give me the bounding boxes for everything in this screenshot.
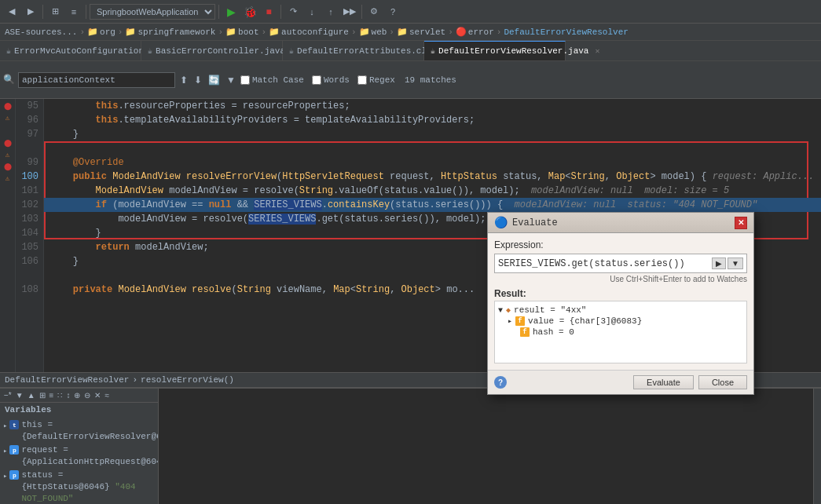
help-icon[interactable]: ? <box>494 376 507 389</box>
step-into-btn[interactable]: ↓ <box>303 3 321 20</box>
bp-btn-2[interactable]: ▼ <box>14 390 25 400</box>
toolbar-icon2[interactable]: ≡ <box>65 3 82 20</box>
bp-btn-6[interactable]: ∷ <box>56 390 64 400</box>
breadcrumb-item-7[interactable]: 🔴 error <box>456 27 494 37</box>
debug-icon-3: ⬤ <box>4 163 12 171</box>
breadcrumb-item-3[interactable]: 📁 boot <box>225 27 258 37</box>
tab-close-3[interactable]: ✕ <box>595 46 599 56</box>
breadcrumb-item-2[interactable]: 📁 springframework <box>125 27 215 37</box>
sep2 <box>86 5 86 19</box>
footer-method[interactable]: resolveErrorView() <box>141 375 234 385</box>
code-line-99: @Override <box>44 155 821 170</box>
evaluate-btn[interactable]: Evaluate <box>633 375 694 389</box>
expr-run-btn[interactable]: ▶ <box>712 257 726 269</box>
search-next-btn[interactable]: ⬇ <box>192 75 203 86</box>
var-expand-2[interactable]: ▸ <box>3 469 7 483</box>
regex-checkbox[interactable] <box>357 75 367 85</box>
folder-icon-1: 📁 <box>87 27 98 37</box>
result-root-row: ▼ ◆ result = "4xx" <box>498 305 743 316</box>
dialog-title-text: 🔵 Evaluate <box>494 216 558 229</box>
debug-run-btn[interactable]: 🐞 <box>241 3 258 20</box>
breadcrumb-item-4[interactable]: 📁 autoconfigure <box>269 27 349 37</box>
breadcrumb-item-1[interactable]: 📁 org <box>87 27 115 37</box>
tab-1[interactable]: ☕ BasicErrorController.java ✕ <box>141 41 283 60</box>
debug-icon-1: ⬤ <box>4 102 12 111</box>
app-selector[interactable]: SpringbootWebApplication <box>90 4 215 20</box>
result-tree: ▼ ◆ result = "4xx" ▸ f value = {char[3]@… <box>494 301 747 363</box>
footer-sep: › <box>132 375 137 385</box>
breadcrumb: ASE-sources... › 📁 org › 📁 springframewo… <box>0 24 821 41</box>
folder-icon-3: 📁 <box>225 27 236 37</box>
expr-dropdown-btn[interactable]: ▼ <box>728 257 743 269</box>
resume-btn[interactable]: ▶▶ <box>341 3 358 20</box>
dialog-close-btn[interactable]: ✕ <box>735 217 747 229</box>
var-badge-1: p <box>9 445 19 455</box>
result-expand-0[interactable]: ▸ <box>508 316 512 326</box>
bottom-section: −* ▼ ▲ ⊞ ≡ ∷ ↕ ⊕ ⊖ ✕ ≈ Variables ▸ t thi… <box>0 388 821 504</box>
var-expand-0[interactable]: ▸ <box>3 419 7 433</box>
breadcrumb-item-5[interactable]: 📁 web <box>359 27 387 37</box>
result-field-icon-1: f <box>520 327 530 337</box>
match-case-checkbox[interactable] <box>240 75 250 85</box>
footer-class[interactable]: DefaultErrorViewResolver <box>5 375 129 385</box>
bp-btn-1[interactable]: −* <box>2 390 13 400</box>
search-refresh-btn[interactable]: 🔄 <box>207 75 222 86</box>
tab-3[interactable]: ☕ DefaultErrorViewResolver.java ✕ <box>424 41 566 60</box>
tab-2[interactable]: ☕ DefaultErrorAttributes.class ✕ <box>283 41 424 60</box>
var-badge-2: p <box>9 470 19 480</box>
run-btn[interactable]: ▶ <box>222 3 240 20</box>
stop-btn[interactable]: ■ <box>260 3 277 20</box>
expression-input-area[interactable]: SERIES_VIEWS.get(status.series()) ▶ ▼ <box>494 254 747 273</box>
words-check[interactable]: Words <box>312 75 350 85</box>
breadcrumb-item-0[interactable]: ASE-sources... <box>5 27 77 37</box>
sep4 <box>280 5 281 19</box>
result-expand-root[interactable]: ▼ <box>498 306 503 315</box>
code-line-102: if (modelAndView == null && SERIES_VIEWS… <box>44 198 821 212</box>
bp-btn-10[interactable]: ✕ <box>93 390 102 400</box>
code-line-96: this.templateAvailabilityProviders = tem… <box>44 113 821 127</box>
line-numbers: 95 96 97 99 100 101 102 103 104 105 106 … <box>16 99 44 372</box>
search-input[interactable] <box>18 72 175 88</box>
help-btn[interactable]: ? <box>384 3 401 20</box>
bp-btn-7[interactable]: ↕ <box>64 390 71 400</box>
toolbar: ◀ ▶ ⊞ ≡ SpringbootWebApplication ▶ 🐞 ■ ↷… <box>0 0 821 24</box>
tab-icon-3: ☕ <box>431 46 435 56</box>
bp-btn-9[interactable]: ⊖ <box>82 390 92 400</box>
linenum-106: 106 <box>16 254 38 268</box>
expr-buttons: ▶ ▼ <box>712 257 743 269</box>
regex-check[interactable]: Regex <box>357 75 395 85</box>
match-case-check[interactable]: Match Case <box>240 75 304 85</box>
bp-btn-11[interactable]: ≈ <box>103 390 111 400</box>
bp-btn-8[interactable]: ⊕ <box>72 390 82 400</box>
linenum-103: 103 <box>16 212 38 226</box>
error-icon-7: 🔴 <box>456 27 467 37</box>
forward-btn[interactable]: ▶ <box>22 3 39 20</box>
warning-icon-1: ⚠ <box>5 114 9 122</box>
result-root-text: result = "4xx" <box>514 305 586 315</box>
close-btn[interactable]: Close <box>698 375 747 389</box>
toolbar-icon1[interactable]: ⊞ <box>46 3 64 20</box>
tabs-bar: ☕ ErrorMvcAutoConfiguration.java ✕ ☕ Bas… <box>0 41 821 61</box>
warning-icon-2: ⚠ <box>5 151 9 159</box>
back-btn[interactable]: ◀ <box>3 3 20 20</box>
bp-btn-3[interactable]: ▲ <box>26 390 37 400</box>
var-expand-1[interactable]: ▸ <box>3 444 7 458</box>
breadcrumb-item-8[interactable]: DefaultErrorViewResolver <box>504 27 628 37</box>
search-filter-btn[interactable]: ▼ <box>225 75 237 86</box>
bp-btn-4[interactable]: ⊞ <box>38 390 47 400</box>
warning-icon-3: ⚠ <box>5 174 9 183</box>
settings-btn[interactable]: ⚙ <box>365 3 383 20</box>
bp-btn-5[interactable]: ≡ <box>48 390 56 400</box>
folder-icon-5: 📁 <box>359 27 370 37</box>
tab-0[interactable]: ☕ ErrorMvcAutoConfiguration.java ✕ <box>0 41 141 60</box>
step-out-btn[interactable]: ↑ <box>322 3 339 20</box>
bottom-right-panel <box>159 389 821 504</box>
right-scrollbar[interactable] <box>813 389 821 504</box>
breadcrumb-item-6[interactable]: 📁 servlet <box>397 27 445 37</box>
sep1 <box>42 5 43 19</box>
search-prev-btn[interactable]: ⬆ <box>178 75 189 86</box>
code-line-95: this.resourceProperties = resourceProper… <box>44 99 821 113</box>
words-checkbox[interactable] <box>312 75 321 85</box>
step-over-btn[interactable]: ↷ <box>284 3 302 20</box>
dialog-title-bar: 🔵 Evaluate ✕ <box>488 213 753 233</box>
